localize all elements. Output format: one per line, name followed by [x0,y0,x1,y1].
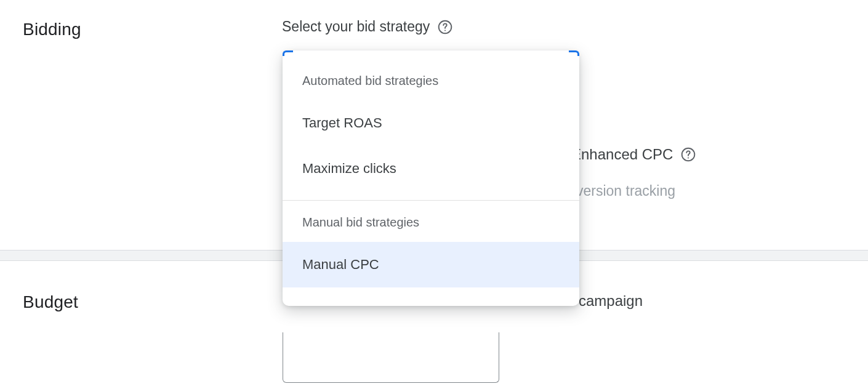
option-target-roas[interactable]: Target ROAS [283,100,579,146]
option-manual-cpc[interactable]: Manual CPC [283,242,579,287]
svg-point-1 [444,30,446,31]
bid-strategy-label: Select your bid strategy [282,18,430,35]
enhanced-cpc-label: Enhanced CPC [571,146,673,163]
enhanced-cpc-row: Enhanced CPC [571,146,696,163]
help-icon[interactable] [680,146,696,162]
conversion-tracking-text: version tracking [576,183,675,199]
help-icon[interactable] [437,19,453,35]
svg-point-3 [688,157,689,158]
bid-strategy-dropdown[interactable]: Automated bid strategies Target ROAS Max… [283,50,579,306]
campaign-text: campaign [579,292,643,310]
dropdown-group-automated: Automated bid strategies [283,50,579,100]
bid-strategy-area: Select your bid strategy [282,18,453,35]
budget-section-label: Budget [23,292,78,312]
dropdown-group-manual: Manual bid strategies [283,201,579,242]
budget-input[interactable] [283,332,499,383]
option-maximize-clicks[interactable]: Maximize clicks [283,146,579,191]
